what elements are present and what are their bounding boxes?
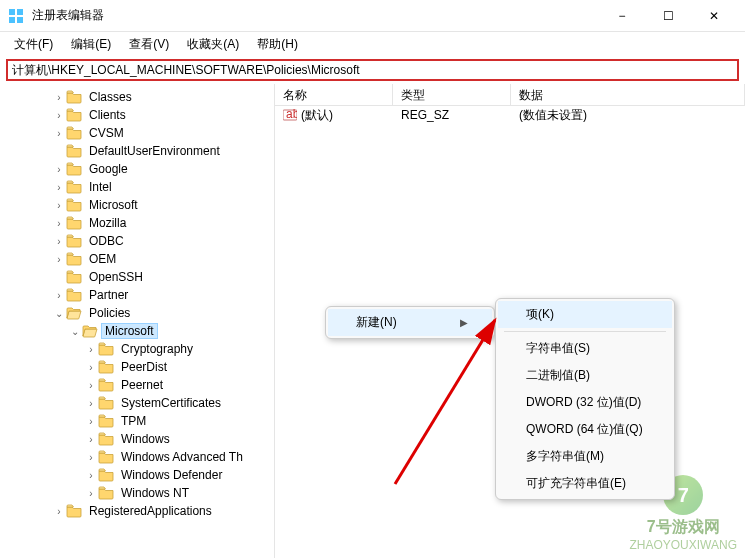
submenu-item-key[interactable]: 项(K) — [498, 301, 672, 328]
tree-node-label: Partner — [85, 288, 132, 302]
close-icon: ✕ — [709, 9, 719, 23]
tree-node[interactable]: ›Google — [0, 160, 274, 178]
chevron-icon[interactable]: › — [84, 362, 98, 373]
chevron-icon[interactable]: › — [52, 164, 66, 175]
address-bar-wrap: 计算机\HKEY_LOCAL_MACHINE\SOFTWARE\Policies… — [0, 56, 745, 84]
tree-node[interactable]: ›TPM — [0, 412, 274, 430]
tree-node[interactable]: ›Windows NT — [0, 484, 274, 502]
tree-node[interactable]: ›RegisteredApplications — [0, 502, 274, 520]
folder-icon — [66, 306, 82, 320]
submenu-arrow-icon: ▶ — [460, 317, 468, 328]
address-bar[interactable]: 计算机\HKEY_LOCAL_MACHINE\SOFTWARE\Policies… — [6, 59, 739, 81]
tree-node[interactable]: ›Intel — [0, 178, 274, 196]
chevron-icon[interactable]: › — [84, 344, 98, 355]
tree-node[interactable]: ›Classes — [0, 88, 274, 106]
context-menu-new[interactable]: 新建(N) ▶ — [328, 309, 492, 336]
maximize-button[interactable]: ☐ — [645, 0, 691, 32]
folder-icon — [66, 234, 82, 248]
menu-help[interactable]: 帮助(H) — [249, 34, 306, 55]
tree-node-label: Classes — [85, 90, 136, 104]
col-type[interactable]: 类型 — [393, 84, 511, 105]
tree-node[interactable]: ⌄Microsoft — [0, 322, 274, 340]
col-name[interactable]: 名称 — [275, 84, 393, 105]
minimize-button[interactable]: − — [599, 0, 645, 32]
folder-icon — [66, 198, 82, 212]
tree-node[interactable]: ›Microsoft — [0, 196, 274, 214]
chevron-icon[interactable]: › — [52, 506, 66, 517]
tree-node[interactable]: ›Clients — [0, 106, 274, 124]
content-area: ›Classes›Clients›CVSMDefaultUserEnvironm… — [0, 84, 745, 558]
tree-node-label: Microsoft — [85, 198, 142, 212]
tree-node[interactable]: ›OEM — [0, 250, 274, 268]
chevron-icon[interactable]: › — [52, 92, 66, 103]
folder-icon — [66, 108, 82, 122]
tree-node-label: Peernet — [117, 378, 167, 392]
window-title: 注册表编辑器 — [32, 7, 599, 24]
tree-node[interactable]: ›Mozilla — [0, 214, 274, 232]
chevron-icon[interactable]: › — [84, 416, 98, 427]
chevron-icon[interactable]: › — [52, 236, 66, 247]
folder-icon — [66, 90, 82, 104]
tree-node[interactable]: DefaultUserEnvironment — [0, 142, 274, 160]
chevron-icon[interactable]: ⌄ — [52, 308, 66, 319]
context-menu: 新建(N) ▶ — [325, 306, 495, 339]
menu-edit[interactable]: 编辑(E) — [63, 34, 119, 55]
menu-view[interactable]: 查看(V) — [121, 34, 177, 55]
maximize-icon: ☐ — [663, 9, 674, 23]
tree-node-label: Windows Advanced Th — [117, 450, 247, 464]
chevron-icon[interactable]: › — [52, 128, 66, 139]
tree-node[interactable]: ›SystemCertificates — [0, 394, 274, 412]
tree-node-label: Policies — [85, 306, 134, 320]
tree-node[interactable]: ›Windows Advanced Th — [0, 448, 274, 466]
chevron-icon[interactable]: › — [52, 110, 66, 121]
chevron-icon[interactable]: › — [84, 434, 98, 445]
folder-icon — [98, 396, 114, 410]
titlebar: 注册表编辑器 − ☐ ✕ — [0, 0, 745, 32]
folder-icon — [66, 180, 82, 194]
submenu-item-binary[interactable]: 二进制值(B) — [498, 362, 672, 389]
submenu-item-expandstring[interactable]: 可扩充字符串值(E) — [498, 470, 672, 497]
minimize-icon: − — [618, 9, 625, 23]
tree-node[interactable]: ›Partner — [0, 286, 274, 304]
submenu-item-qword[interactable]: QWORD (64 位)值(Q) — [498, 416, 672, 443]
tree-node[interactable]: ›PeerDist — [0, 358, 274, 376]
tree-node[interactable]: ›ODBC — [0, 232, 274, 250]
chevron-icon[interactable]: › — [52, 182, 66, 193]
tree-node[interactable]: ›Windows — [0, 430, 274, 448]
menu-file[interactable]: 文件(F) — [6, 34, 61, 55]
registry-tree[interactable]: ›Classes›Clients›CVSMDefaultUserEnvironm… — [0, 84, 275, 558]
submenu-item-multistring[interactable]: 多字符串值(M) — [498, 443, 672, 470]
tree-node-label: Windows NT — [117, 486, 193, 500]
chevron-icon[interactable]: › — [52, 218, 66, 229]
svg-rect-3 — [17, 17, 23, 23]
folder-icon — [66, 270, 82, 284]
chevron-icon[interactable]: › — [52, 254, 66, 265]
close-button[interactable]: ✕ — [691, 0, 737, 32]
chevron-icon[interactable]: › — [84, 398, 98, 409]
tree-node[interactable]: ›CVSM — [0, 124, 274, 142]
tree-node-label: PeerDist — [117, 360, 171, 374]
chevron-icon[interactable]: › — [84, 488, 98, 499]
chevron-icon[interactable]: ⌄ — [68, 326, 82, 337]
tree-node[interactable]: ⌄Policies — [0, 304, 274, 322]
chevron-icon[interactable]: › — [84, 452, 98, 463]
registry-list: 名称 类型 数据 ab (默认) REG_SZ (数值未设置) 新建(N) ▶ … — [275, 84, 745, 558]
list-row[interactable]: ab (默认) REG_SZ (数值未设置) — [275, 106, 745, 124]
tree-node[interactable]: OpenSSH — [0, 268, 274, 286]
cell-name: ab (默认) — [275, 107, 393, 124]
folder-icon — [98, 342, 114, 356]
folder-icon — [66, 504, 82, 518]
chevron-icon[interactable]: › — [84, 380, 98, 391]
tree-node[interactable]: ›Windows Defender — [0, 466, 274, 484]
tree-node[interactable]: ›Cryptography — [0, 340, 274, 358]
folder-icon — [82, 324, 98, 338]
col-data[interactable]: 数据 — [511, 84, 745, 105]
menu-favorites[interactable]: 收藏夹(A) — [179, 34, 247, 55]
string-value-icon: ab — [283, 108, 297, 122]
chevron-icon[interactable]: › — [52, 200, 66, 211]
chevron-icon[interactable]: › — [84, 470, 98, 481]
submenu-item-dword[interactable]: DWORD (32 位)值(D) — [498, 389, 672, 416]
chevron-icon[interactable]: › — [52, 290, 66, 301]
submenu-item-string[interactable]: 字符串值(S) — [498, 335, 672, 362]
tree-node[interactable]: ›Peernet — [0, 376, 274, 394]
